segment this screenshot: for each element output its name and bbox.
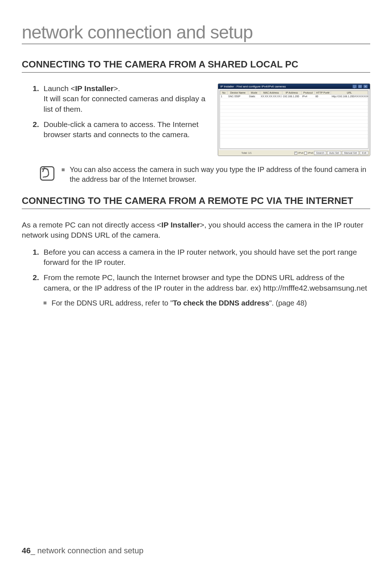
remote-step-2: 2. From the remote PC, launch the Intern…	[44, 272, 370, 308]
two-column-layout: 1. Launch <IP Installer>. It will scan f…	[22, 83, 370, 156]
cell-ip: 192.168.1.200	[282, 95, 301, 98]
col-mac: MAC Address	[260, 91, 282, 95]
subbullet-suffix: ". (page 48)	[269, 299, 307, 307]
table-row	[220, 116, 368, 120]
col-port: HTTP Port#	[315, 91, 331, 95]
section-heading-remote-pc: CONNECTING TO THE CAMERA FROM A REMOTE P…	[22, 195, 370, 209]
camera-table-area: No Device Name Mode MAC Address IP Addre…	[220, 90, 368, 149]
table-row	[220, 102, 368, 106]
cell-port: 80	[315, 95, 331, 98]
footer-sep: _	[30, 546, 37, 555]
note-text: You can also access the camera in such w…	[62, 165, 370, 184]
steps-column: 1. Launch <IP Installer>. It will scan f…	[22, 83, 211, 156]
screenshot-column: IP Installer - Find and configure IPv4/I…	[218, 83, 370, 156]
remote-step-1-text: Before you can access a camera in the IP…	[44, 248, 357, 266]
intro-paragraph: As a remote PC can not directly access <…	[22, 220, 370, 241]
col-mode: Mode	[248, 91, 260, 95]
intro-bold: IP Installer	[162, 221, 200, 229]
cell-mac: XX:XX:XX:XX:XX:XX	[260, 95, 282, 98]
col-proto: Protocol	[301, 91, 315, 95]
footer-controls: IPv4 IPv6 Search Auto Set Manual Set Exi…	[294, 151, 368, 155]
table-row	[220, 113, 368, 116]
cell-url: http://192.168.1.200/XXXXXXXXXX	[331, 95, 368, 98]
page-number: 46	[22, 546, 30, 555]
step-1: 1. Launch <IP Installer>. It will scan f…	[44, 83, 211, 114]
step-1-prefix: Launch <	[44, 84, 75, 93]
close-icon: ×	[363, 85, 368, 88]
manualset-button: Manual Set	[342, 151, 359, 155]
table-row	[220, 135, 368, 138]
window-controls: _ □ ×	[352, 85, 368, 88]
subbullet-prefix: For the DDNS URL address, refer to "	[52, 299, 173, 307]
camera-table: No Device Name Mode MAC Address IP Addre…	[220, 91, 368, 138]
step-1-suffix: >.	[114, 84, 120, 93]
table-row	[220, 109, 368, 113]
col-ip: IP Address	[282, 91, 301, 95]
minimize-icon: _	[352, 85, 357, 88]
table-row	[220, 106, 368, 109]
remote-step-1-number: 1.	[33, 247, 39, 257]
page-footer: 46_ network connection and setup	[22, 546, 143, 555]
step-2-text: Double-click a camera to access. The Int…	[44, 120, 199, 139]
ipv6-checkbox: IPv6	[304, 152, 313, 155]
cell-proto: IPv4	[301, 95, 315, 98]
cell-no: 1	[220, 95, 228, 98]
cell-mode: Static	[248, 95, 260, 98]
footer-total: Total: 1/1	[220, 152, 252, 154]
table-row	[220, 120, 368, 124]
search-button: Search	[314, 151, 326, 155]
maximize-icon: □	[358, 85, 362, 88]
step-1-bold: IP Installer	[75, 84, 114, 93]
col-url: URL	[331, 91, 368, 95]
col-no: No	[220, 91, 228, 95]
table-row	[220, 124, 368, 127]
step-2-number: 2.	[33, 119, 39, 130]
cell-device: SNC-550P	[228, 95, 248, 98]
intro-prefix: As a remote PC can not directly access <	[22, 221, 162, 229]
step-2: 2. Double-click a camera to access. The …	[44, 119, 211, 140]
table-row	[220, 98, 368, 102]
step-1-number: 1.	[33, 83, 39, 94]
step-list-1: 1. Launch <IP Installer>. It will scan f…	[22, 83, 211, 140]
col-device: Device Name	[228, 91, 248, 95]
section-heading-local-pc: CONNECTING TO THE CAMERA FROM A SHARED L…	[22, 59, 370, 73]
table-row	[220, 131, 368, 135]
note-block: You can also access the camera in such w…	[40, 165, 370, 184]
remote-step-2-text: From the remote PC, launch the Internet …	[44, 273, 367, 292]
exit-button: Exit	[360, 151, 368, 155]
window-footer: Total: 1/1 IPv4 IPv6 Search Auto Set Man…	[218, 150, 370, 156]
table-header-row: No Device Name Mode MAC Address IP Addre…	[220, 91, 368, 95]
page: network connection and setup CONNECTING …	[0, 0, 392, 570]
ipv4-checkbox: IPv4	[294, 152, 303, 155]
remote-step-1: 1. Before you can access a camera in the…	[44, 247, 370, 268]
autoset-button: Auto Set	[327, 151, 341, 155]
window-title: IP Installer - Find and configure IPv4/I…	[220, 85, 286, 88]
table-row	[220, 127, 368, 131]
ip-installer-window: IP Installer - Find and configure IPv4/I…	[218, 83, 370, 156]
remote-step-2-number: 2.	[33, 272, 39, 283]
window-titlebar: IP Installer - Find and configure IPv4/I…	[218, 84, 370, 89]
step-1-rest: It will scan for connected cameras and d…	[44, 94, 205, 113]
footer-label: network connection and setup	[37, 546, 143, 555]
subbullet-bold: To check the DDNS address	[173, 299, 269, 307]
ddns-reference-bullet: For the DDNS URL address, refer to "To c…	[44, 298, 370, 308]
note-icon	[40, 166, 54, 181]
step-list-2: 1. Before you can access a camera in the…	[22, 247, 370, 308]
table-row: 1 SNC-550P Static XX:XX:XX:XX:XX:XX 192.…	[220, 95, 368, 98]
chapter-title: network connection and setup	[22, 22, 370, 44]
